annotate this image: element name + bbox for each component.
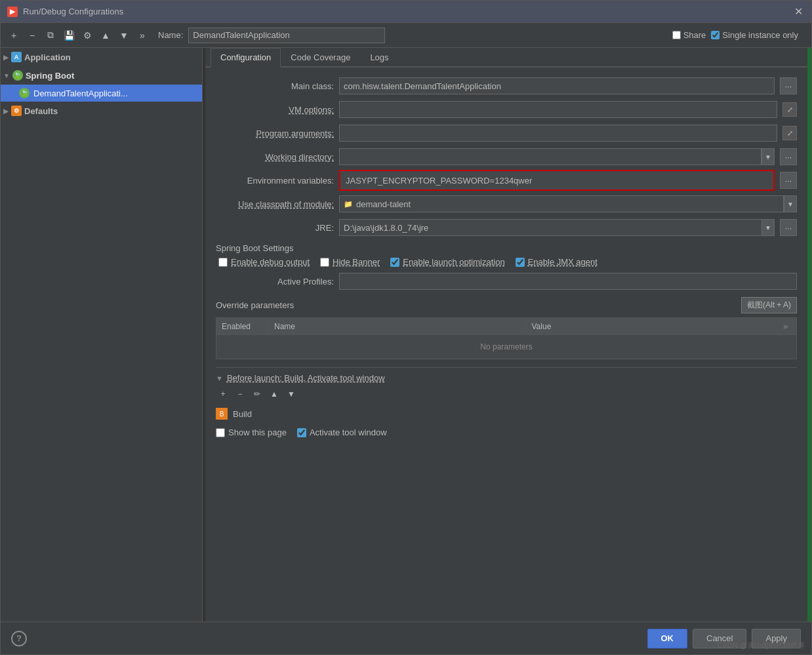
activate-tool-window-checkbox[interactable] <box>297 428 306 437</box>
defaults-expand-icon: ▶ <box>3 108 9 115</box>
env-vars-input[interactable] <box>339 170 775 191</box>
more-button[interactable]: » <box>134 28 150 43</box>
tab-code-coverage[interactable]: Code Coverage <box>281 48 360 68</box>
classpath-field: 📁 demand-talent ▼ <box>339 195 797 212</box>
override-title: Override parameters <box>216 300 294 310</box>
hide-banner-checkbox[interactable] <box>320 258 329 267</box>
add-config-button[interactable]: + <box>6 28 22 43</box>
active-profiles-label: Active Profiles: <box>216 277 334 287</box>
classpath-value: demand-talent <box>356 199 411 209</box>
vm-options-row: VM options: ⤢ <box>216 99 797 120</box>
sidebar: ▶ A Application ▼ 🍃 Spring Boot 🍃 Demand… <box>1 48 203 622</box>
vm-options-expand-button[interactable]: ⤢ <box>782 102 797 117</box>
before-launch-edit-button[interactable]: ✏ <box>250 387 264 401</box>
remove-config-button[interactable]: − <box>24 28 40 43</box>
dialog-title: Run/Debug Configurations <box>23 7 123 16</box>
before-launch-section: ▼ Before launch: Build, Activate tool wi… <box>216 367 797 437</box>
spring-boot-icon: 🍃 <box>12 70 23 81</box>
bottom-bar: ? OK Cancel Apply <box>1 622 811 654</box>
name-input[interactable] <box>188 28 385 43</box>
no-parameters-label: No parameters <box>216 335 796 359</box>
sidebar-defaults-group[interactable]: ▶ ⚙ Defaults <box>1 102 202 120</box>
enable-debug-checkbox[interactable] <box>218 258 228 267</box>
spring-boot-settings-title: Spring Boot Settings <box>216 243 797 253</box>
main-class-input[interactable] <box>339 77 775 94</box>
build-icon: B <box>216 408 228 420</box>
enable-jmx-checkbox-label[interactable]: Enable JMX agent <box>516 257 598 267</box>
sidebar-defaults-label: Defaults <box>24 106 58 116</box>
name-section: Name: <box>158 28 670 43</box>
show-this-page-checkbox[interactable] <box>216 428 225 437</box>
before-launch-collapse-icon[interactable]: ▼ <box>216 374 223 382</box>
title-bar-left: ▶ Run/Debug Configurations <box>7 7 123 17</box>
enable-debug-checkbox-label[interactable]: Enable debug output <box>218 257 310 267</box>
hide-banner-label: Hide Banner <box>333 257 380 267</box>
single-instance-checkbox-label[interactable]: Single instance only <box>711 30 798 40</box>
copy-config-button[interactable]: ⧉ <box>43 28 58 43</box>
enable-jmx-checkbox[interactable] <box>516 258 525 267</box>
working-dir-input[interactable] <box>339 148 761 165</box>
tab-logs[interactable]: Logs <box>360 48 398 68</box>
override-header: Override parameters 截图(Alt + A) <box>216 297 797 313</box>
jre-label: JRE: <box>216 223 334 233</box>
ok-button[interactable]: OK <box>647 629 688 648</box>
before-launch-add-button[interactable]: + <box>216 387 230 401</box>
settings-button[interactable]: ⚙ <box>79 28 95 43</box>
activate-tool-window-checkbox-label[interactable]: Activate tool window <box>297 427 387 437</box>
sidebar-application-group[interactable]: ▶ A Application <box>1 48 202 66</box>
save-config-button[interactable]: 💾 <box>61 28 77 43</box>
enable-launch-label: Enable launch optimization <box>403 257 504 267</box>
jre-dropdown-button[interactable]: ▼ <box>761 219 775 236</box>
before-launch-label: Before launch: Build, Activate tool wind… <box>227 373 385 383</box>
main-class-browse-button[interactable]: ··· <box>780 77 797 94</box>
main-content: ▶ A Application ▼ 🍃 Spring Boot 🍃 Demand… <box>1 48 811 622</box>
before-launch-down-button[interactable]: ▼ <box>284 387 298 401</box>
before-launch-remove-button[interactable]: − <box>233 387 247 401</box>
sidebar-application-label: Application <box>24 52 71 62</box>
col-name-header: Name <box>269 322 527 331</box>
jre-browse-button[interactable]: ··· <box>780 219 797 236</box>
share-checkbox-label[interactable]: Share <box>672 30 706 40</box>
screenshot-button[interactable]: 截图(Alt + A) <box>741 297 797 313</box>
run-debug-dialog: ▶ Run/Debug Configurations ✕ + − ⧉ 💾 ⚙ ▲… <box>0 0 812 655</box>
env-vars-label: Environment variables: <box>216 176 334 186</box>
vm-options-input[interactable] <box>339 101 777 118</box>
sidebar-demand-talent-item[interactable]: 🍃 DemandTalentApplicati... <box>1 85 202 102</box>
classpath-dropdown-button[interactable]: ▼ <box>784 195 797 212</box>
jre-input[interactable] <box>339 219 761 236</box>
main-class-label: Main class: <box>216 81 334 91</box>
working-dir-dropdown-button[interactable]: ▼ <box>761 148 775 165</box>
move-down-button[interactable]: ▼ <box>116 28 132 43</box>
before-launch-toolbar: + − ✏ ▲ ▼ <box>216 387 797 401</box>
enable-launch-checkbox-label[interactable]: Enable launch optimization <box>390 257 504 267</box>
enable-launch-checkbox[interactable] <box>390 258 399 267</box>
help-button[interactable]: ? <box>11 631 27 646</box>
name-label: Name: <box>158 30 183 40</box>
share-label: Share <box>683 30 706 40</box>
sidebar-demand-talent-label: DemandTalentApplicati... <box>33 89 128 98</box>
close-button[interactable]: ✕ <box>792 5 805 18</box>
working-dir-label: Working directory: <box>216 152 334 162</box>
share-checkbox[interactable] <box>672 31 681 39</box>
env-vars-browse-button[interactable]: ··· <box>780 172 797 189</box>
active-profiles-input[interactable] <box>339 273 797 290</box>
app-icon: ▶ <box>7 7 18 17</box>
col-value-header: Value <box>527 322 784 331</box>
tab-configuration[interactable]: Configuration <box>211 48 281 68</box>
program-args-expand-button[interactable]: ⤢ <box>782 126 797 140</box>
working-dir-browse-button[interactable]: ··· <box>780 148 797 165</box>
program-args-input[interactable] <box>339 125 777 142</box>
before-launch-up-button[interactable]: ▲ <box>267 387 281 401</box>
spring-boot-expand-icon: ▼ <box>3 72 10 79</box>
move-up-button[interactable]: ▲ <box>98 28 113 43</box>
classpath-row: Use classpath of module: 📁 demand-talent… <box>216 193 797 214</box>
single-instance-checkbox[interactable] <box>711 31 720 39</box>
application-icon: A <box>11 52 22 62</box>
show-this-page-checkbox-label[interactable]: Show this page <box>216 427 287 437</box>
classpath-label: Use classpath of module: <box>216 199 334 209</box>
sidebar-spring-boot-group[interactable]: ▼ 🍃 Spring Boot <box>1 66 202 85</box>
enable-debug-label: Enable debug output <box>231 257 310 267</box>
hide-banner-checkbox-label[interactable]: Hide Banner <box>320 257 380 267</box>
demand-talent-icon: 🍃 <box>19 88 30 98</box>
vm-options-label: VM options: <box>216 105 334 115</box>
